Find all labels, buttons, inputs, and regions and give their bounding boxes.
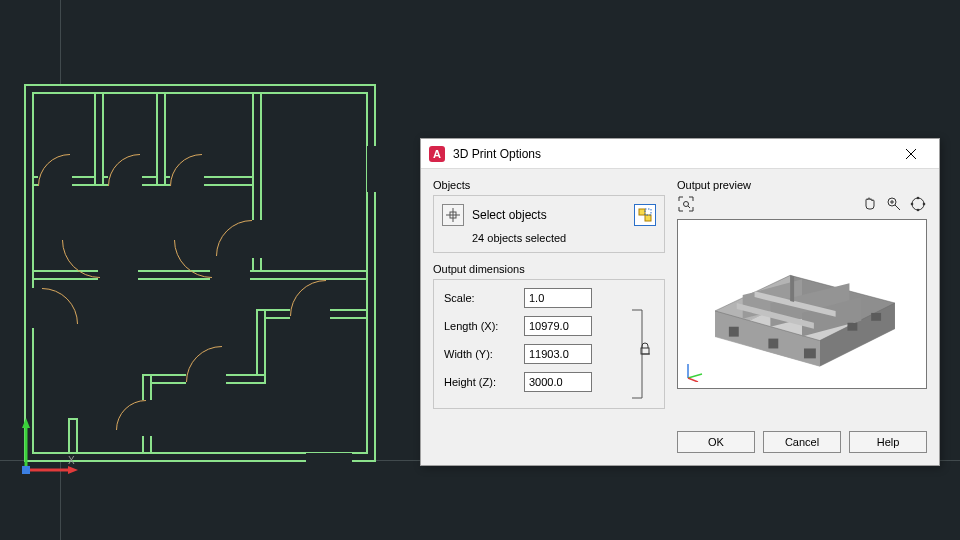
pan-icon xyxy=(862,196,878,212)
svg-rect-14 xyxy=(641,348,649,354)
quick-select-button[interactable] xyxy=(634,204,656,226)
scale-label: Scale: xyxy=(444,292,524,304)
cancel-button[interactable]: Cancel xyxy=(763,431,841,453)
svg-point-23 xyxy=(917,209,920,212)
zoom-icon xyxy=(886,196,902,212)
orbit-icon xyxy=(910,196,926,212)
dimensions-label: Output dimensions xyxy=(433,263,665,275)
crosshair-pick-icon xyxy=(446,208,460,222)
select-objects-label: Select objects xyxy=(472,208,547,222)
length-label: Length (X): xyxy=(444,320,524,332)
svg-point-15 xyxy=(684,202,689,207)
zoom-button[interactable] xyxy=(885,195,903,213)
svg-point-25 xyxy=(923,203,926,206)
svg-rect-12 xyxy=(645,215,651,221)
print-options-dialog: A 3D Print Options Objects Sel xyxy=(420,138,940,466)
svg-point-22 xyxy=(917,197,920,200)
objects-group: Select objects 24 objects selected xyxy=(433,195,665,253)
height-input[interactable] xyxy=(524,372,592,392)
svg-text:X: X xyxy=(68,455,75,466)
preview-label: Output preview xyxy=(677,179,927,191)
preview-ucs-icon xyxy=(684,360,706,382)
svg-point-21 xyxy=(912,198,924,210)
svg-rect-4 xyxy=(22,466,30,474)
zoom-extents-icon xyxy=(678,196,694,212)
svg-rect-11 xyxy=(639,209,645,215)
width-label: Width (Y): xyxy=(444,348,524,360)
pan-button[interactable] xyxy=(861,195,879,213)
floor-plan xyxy=(24,84,376,462)
orbit-button[interactable] xyxy=(909,195,927,213)
svg-line-18 xyxy=(895,205,900,210)
app-icon: A xyxy=(429,146,445,162)
preview-model xyxy=(678,220,926,388)
preview-toolbar xyxy=(677,195,927,213)
length-input[interactable] xyxy=(524,316,592,336)
svg-point-24 xyxy=(911,203,914,206)
dialog-title: 3D Print Options xyxy=(453,147,891,161)
zoom-extents-button[interactable] xyxy=(677,195,695,213)
scale-input[interactable] xyxy=(524,288,592,308)
selection-count: 24 objects selected xyxy=(442,232,656,244)
close-icon xyxy=(906,149,916,159)
svg-rect-41 xyxy=(847,323,857,331)
lock-icon xyxy=(638,342,652,356)
lock-aspect-button[interactable] xyxy=(638,342,654,358)
svg-rect-39 xyxy=(768,339,778,349)
dialog-titlebar[interactable]: A 3D Print Options xyxy=(421,139,939,169)
svg-line-45 xyxy=(688,378,698,382)
close-button[interactable] xyxy=(891,139,931,169)
width-input[interactable] xyxy=(524,344,592,364)
height-label: Height (Z): xyxy=(444,376,524,388)
svg-rect-13 xyxy=(645,209,651,215)
svg-line-44 xyxy=(688,374,702,378)
svg-marker-3 xyxy=(68,466,78,474)
svg-marker-37 xyxy=(790,275,794,302)
ok-button[interactable]: OK xyxy=(677,431,755,453)
select-objects-button[interactable] xyxy=(442,204,464,226)
dialog-button-row: OK Cancel Help xyxy=(421,431,939,465)
preview-viewport[interactable] xyxy=(677,219,927,389)
dimensions-group: Scale: Length (X): Width (Y): Height (Z)… xyxy=(433,279,665,409)
quick-select-icon xyxy=(638,208,652,222)
svg-marker-1 xyxy=(22,418,30,428)
svg-rect-42 xyxy=(871,313,881,321)
objects-label: Objects xyxy=(433,179,665,191)
ucs-icon: X xyxy=(18,418,78,478)
svg-rect-40 xyxy=(804,348,816,358)
help-button[interactable]: Help xyxy=(849,431,927,453)
svg-line-16 xyxy=(688,206,690,208)
svg-rect-38 xyxy=(729,327,739,337)
